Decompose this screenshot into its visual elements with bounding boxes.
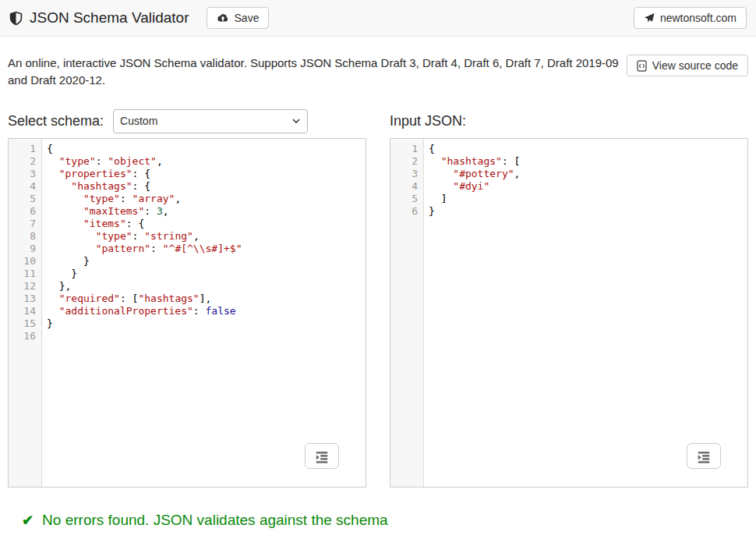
intro-section: An online, interactive JSON Schema valid… <box>8 55 748 89</box>
line-number: 1 <box>390 143 424 155</box>
line-number: 7 <box>9 218 42 230</box>
code-line: 1{ <box>9 143 366 155</box>
code-line: 5 ] <box>390 193 747 205</box>
code-line: 6} <box>390 205 747 218</box>
line-number: 13 <box>9 293 42 305</box>
line-number: 8 <box>9 230 42 243</box>
code-line: 14 "additionalProperties": false <box>9 305 366 317</box>
format-json-button[interactable] <box>687 443 721 469</box>
line-number: 12 <box>9 280 42 293</box>
code-line: 5 "type": "array", <box>9 193 366 205</box>
input-panel-header: Input JSON: <box>390 108 748 134</box>
line-number: 5 <box>9 193 42 205</box>
line-number: 15 <box>9 317 42 330</box>
indent-icon <box>313 449 330 463</box>
code-line: 15} <box>9 317 366 330</box>
code-line: 11 } <box>9 268 366 280</box>
schema-code: 1{2 "type": "object",3 "properties": {4 … <box>9 139 366 342</box>
schema-panel: Select schema: Custom 1{2 "type": "objec… <box>8 108 366 488</box>
code-line: 2 "hashtags": [ <box>390 155 747 168</box>
code-line: 9 "pattern": "^#[^\\s#]+$" <box>9 243 366 255</box>
select-schema-label: Select schema: <box>8 113 104 129</box>
code-line: 13 "required": ["hashtags"], <box>9 293 366 305</box>
code-line: 4 "hashtags": { <box>9 180 366 193</box>
view-source-button[interactable]: View source code <box>627 55 748 76</box>
status-message: No errors found. JSON validates against … <box>42 512 388 529</box>
newtonsoft-link-label: newtonsoft.com <box>660 12 737 24</box>
code-line: 6 "maxItems": 3, <box>9 205 366 218</box>
line-number: 9 <box>9 243 42 255</box>
line-number: 2 <box>9 155 42 168</box>
app-title: JSON Schema Validator <box>30 9 189 27</box>
input-json-label: Input JSON: <box>390 113 466 129</box>
schema-editor[interactable]: 1{2 "type": "object",3 "properties": {4 … <box>8 138 366 488</box>
save-button[interactable]: Save <box>207 7 270 29</box>
main-content: An online, interactive JSON Schema valid… <box>0 55 756 529</box>
validation-status: ✔ No errors found. JSON validates agains… <box>8 512 748 529</box>
view-source-label: View source code <box>652 59 738 72</box>
code-line: 4 "#dyi" <box>390 180 747 193</box>
line-number: 6 <box>9 205 42 218</box>
shield-icon <box>9 11 23 26</box>
line-number: 11 <box>9 268 42 280</box>
paper-plane-icon <box>644 12 655 23</box>
line-number: 5 <box>390 193 424 205</box>
input-json-panel: Input JSON: 1{2 "hashtags": [3 "#pottery… <box>390 108 748 488</box>
schema-select-wrap: Custom <box>113 109 308 133</box>
code-line: 10 } <box>9 255 366 268</box>
navbar: JSON Schema Validator Save newtonsoft.co… <box>0 0 756 37</box>
line-number: 16 <box>9 330 42 342</box>
cloud-upload-icon <box>217 13 229 23</box>
app-description: An online, interactive JSON Schema valid… <box>8 55 627 89</box>
schema-panel-header: Select schema: Custom <box>8 108 366 134</box>
editor-panels: Select schema: Custom 1{2 "type": "objec… <box>8 108 748 488</box>
brand: JSON Schema Validator <box>9 9 189 27</box>
format-schema-button[interactable] <box>305 443 339 469</box>
json-code: 1{2 "hashtags": [3 "#pottery",4 "#dyi"5 … <box>390 139 747 218</box>
line-number: 3 <box>9 168 42 180</box>
indent-icon <box>695 449 712 463</box>
save-button-label: Save <box>235 12 260 24</box>
code-line: 2 "type": "object", <box>9 155 366 168</box>
line-number: 4 <box>9 180 42 193</box>
line-number: 6 <box>390 205 424 218</box>
code-line: 3 "#pottery", <box>390 168 747 180</box>
line-number: 14 <box>9 305 42 317</box>
line-number: 3 <box>390 168 424 180</box>
code-line: 16 <box>9 330 366 342</box>
code-line: 1{ <box>390 143 747 155</box>
code-line: 3 "properties": { <box>9 168 366 180</box>
check-icon: ✔ <box>22 513 34 527</box>
json-editor[interactable]: 1{2 "hashtags": [3 "#pottery",4 "#dyi"5 … <box>390 138 748 488</box>
line-number: 2 <box>390 155 424 168</box>
code-line: 7 "items": { <box>9 218 366 230</box>
newtonsoft-link-button[interactable]: newtonsoft.com <box>634 7 747 29</box>
line-number: 10 <box>9 255 42 268</box>
source-code-icon <box>637 60 647 72</box>
line-number: 1 <box>9 143 42 155</box>
schema-select[interactable]: Custom <box>113 109 308 133</box>
code-line: 8 "type": "string", <box>9 230 366 243</box>
line-number: 4 <box>390 180 424 193</box>
code-line: 12 }, <box>9 280 366 293</box>
